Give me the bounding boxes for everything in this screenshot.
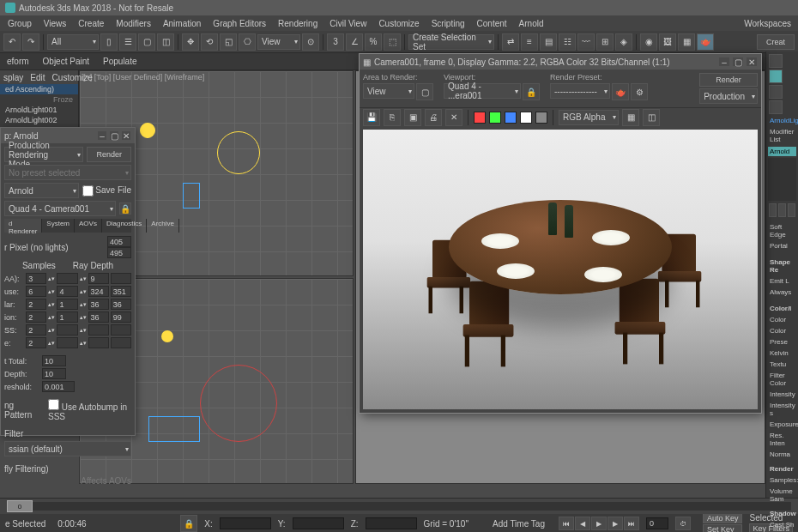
menu-animation[interactable]: Animation <box>157 17 207 30</box>
render-button-panel[interactable]: Render <box>87 147 131 162</box>
maximize-icon[interactable]: ▢ <box>109 130 119 141</box>
stack-icon[interactable] <box>778 203 786 217</box>
spinner-input[interactable]: 2 <box>26 337 46 348</box>
alpha-channel[interactable] <box>520 112 532 124</box>
rollout-shape[interactable]: Shape Re <box>768 257 796 275</box>
hierarchy-tab-icon[interactable] <box>769 85 783 99</box>
mirror-button[interactable]: ⇄ <box>502 33 519 51</box>
spinner-input[interactable]: 2 <box>26 311 46 323</box>
outliner-tab-display[interactable]: splay <box>3 73 23 82</box>
tab-system[interactable]: System <box>42 219 75 233</box>
prev-frame-button[interactable]: ◀ <box>575 517 590 530</box>
menu-modifiers[interactable]: Modifiers <box>110 17 157 30</box>
depth-spinner[interactable]: 10 <box>42 368 66 379</box>
material-editor-button[interactable]: ◉ <box>640 33 657 51</box>
print-icon[interactable]: 🖨 <box>425 109 442 126</box>
render-button[interactable]: 🫖 <box>697 33 714 51</box>
maximize-icon[interactable]: ▢ <box>732 57 744 67</box>
minimize-icon[interactable]: – <box>97 130 107 141</box>
overlay-icon[interactable]: ▦ <box>622 109 639 126</box>
spinner-input[interactable] <box>57 273 77 284</box>
next-frame-button[interactable]: ▶ <box>608 517 623 530</box>
filter-dropdown[interactable]: All <box>47 34 99 50</box>
angle-snap-button[interactable]: ∠ <box>346 33 363 51</box>
mono-channel[interactable] <box>535 112 547 124</box>
set-key-button[interactable]: Set Key <box>703 524 743 533</box>
red-channel[interactable] <box>474 112 486 124</box>
renderer-dropdown[interactable]: Arnold <box>4 183 79 198</box>
texture-radio[interactable]: Textu <box>768 359 796 370</box>
lock-view-icon[interactable]: 🔒 <box>119 203 131 215</box>
create-tab-icon[interactable] <box>769 54 783 68</box>
copy-icon[interactable]: ⎘ <box>384 109 401 126</box>
region-icon[interactable]: ▢ <box>416 83 433 100</box>
minimize-icon[interactable]: – <box>718 57 730 67</box>
rollout-always[interactable]: Always <box>768 287 796 298</box>
layers-button[interactable]: ▤ <box>540 33 557 51</box>
dope-sheet-button[interactable]: ⊞ <box>596 33 614 51</box>
render-window-render-button[interactable]: Render <box>699 73 758 87</box>
render-output[interactable] <box>363 130 758 409</box>
ribbon-freeform[interactable]: eform <box>3 55 33 68</box>
pin-icon[interactable] <box>769 203 777 217</box>
timeline-slider[interactable]: 0 <box>7 500 33 512</box>
area-dropdown[interactable]: View <box>363 83 414 99</box>
rotate-button[interactable]: ⟲ <box>201 33 218 51</box>
rollout-portal[interactable]: Portal <box>768 240 796 251</box>
clone-icon[interactable]: ▣ <box>404 109 421 126</box>
blue-channel[interactable] <box>505 112 517 124</box>
close-icon[interactable]: ✕ <box>746 57 758 67</box>
viewport-dropdown[interactable]: Quad 4 - ...era001 <box>444 83 521 99</box>
color-radio[interactable]: Color <box>768 325 796 336</box>
ribbon-populate[interactable]: Populate <box>100 55 140 68</box>
lock-icon[interactable]: 🔒 <box>523 83 540 100</box>
move-button[interactable]: ✥ <box>182 33 199 51</box>
timeline-track[interactable]: 0 <box>7 502 791 511</box>
motion-tab-icon[interactable] <box>769 100 783 114</box>
outliner-tab-customize[interactable]: Customize <box>52 73 93 82</box>
selection-set-dropdown[interactable]: Create Selection Set <box>408 34 494 50</box>
menu-group[interactable]: Group <box>2 17 38 30</box>
viewport-label-top[interactable]: [+] [Top] [User Defined] [Wireframe] <box>83 73 204 82</box>
pivot-button[interactable]: ⊙ <box>302 33 319 51</box>
menu-graph-editors[interactable]: Graph Editors <box>207 17 272 30</box>
spinner-input[interactable]: 6 <box>26 286 46 297</box>
spinner-input[interactable]: 3 <box>26 273 46 284</box>
view-to-render-dropdown[interactable]: Quad 4 - Camera001 <box>4 201 116 216</box>
light-gizmo-2[interactable] <box>140 123 155 138</box>
menu-scripting[interactable]: Scripting <box>426 17 471 30</box>
target-dropdown[interactable]: Production Rendering Mode <box>4 147 83 162</box>
spinner-input[interactable]: 2 <box>26 324 46 336</box>
menu-civil-view[interactable]: Civil View <box>323 17 372 30</box>
outliner-frozen[interactable]: Froze <box>0 94 78 105</box>
workspace-dropdown[interactable]: Workspaces <box>737 15 798 31</box>
redo-button[interactable]: ↷ <box>22 33 39 51</box>
channel-dropdown[interactable]: RGB Alpha <box>559 110 619 125</box>
kelvin-radio[interactable]: Kelvin <box>768 348 796 359</box>
tab-renderer[interactable]: d Renderer <box>4 219 42 233</box>
list-item[interactable]: ArnoldLight002 <box>0 115 78 125</box>
place-button[interactable]: ⎔ <box>239 33 256 51</box>
modifier-selected[interactable]: Arnold <box>768 147 796 156</box>
camera-gizmo[interactable] <box>183 183 200 209</box>
teapot-icon[interactable]: 🫖 <box>612 83 629 100</box>
threshold-spinner[interactable]: 0.001 <box>42 381 75 392</box>
cast-shadow-check[interactable]: Cast Sh <box>768 519 796 530</box>
clear-icon[interactable]: ✕ <box>445 109 462 126</box>
filter-type-dropdown[interactable]: ssian (default) <box>4 441 131 456</box>
add-time-tag[interactable]: Add Time Tag <box>493 519 545 529</box>
spinner-input[interactable]: 1 <box>57 311 77 323</box>
lock-selection-icon[interactable]: 🔒 <box>180 515 197 532</box>
scale-button[interactable]: ◱ <box>220 33 237 51</box>
tab-archive[interactable]: Archive <box>147 219 179 233</box>
spinner-snap-button[interactable]: ⬚ <box>384 33 401 51</box>
toggle-ui-icon[interactable]: ◫ <box>643 109 660 126</box>
modifier-stack[interactable] <box>768 158 796 201</box>
rollout-render[interactable]: Render <box>768 463 796 475</box>
align-button[interactable]: ≡ <box>521 33 538 51</box>
z-input[interactable] <box>366 517 417 529</box>
autobump-checkbox[interactable]: Use Autobump in SSS <box>48 399 131 421</box>
modify-tab-icon[interactable] <box>769 70 783 83</box>
frame-input[interactable] <box>646 517 668 529</box>
preset-dropdown[interactable]: No preset selected <box>4 165 131 180</box>
